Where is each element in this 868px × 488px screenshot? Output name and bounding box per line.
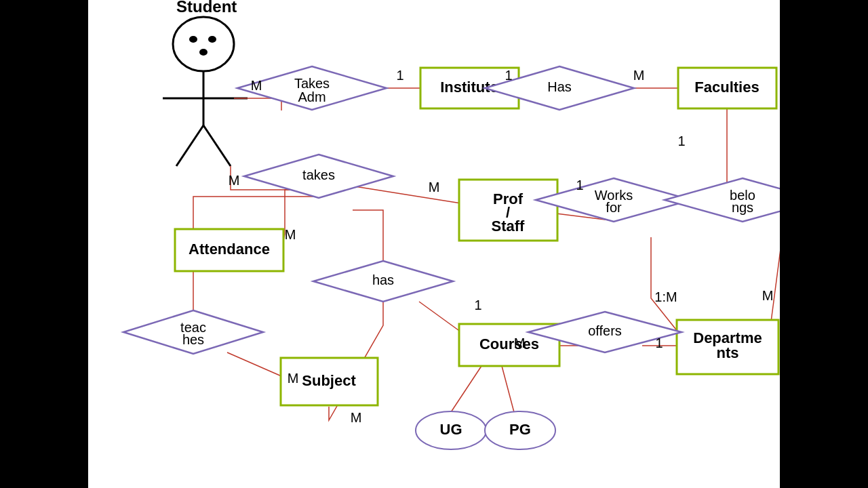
card-takesadm-institute: 1 [396,68,403,83]
connector-courses-pg [502,366,514,412]
card-student-takesadm: M [251,78,262,93]
connector-courses-ug [451,366,481,412]
relation-takes-label: takes [302,167,335,182]
card-courses-offers: M [514,336,526,350]
card-belongs-departments: M [762,288,774,303]
relation-has-top-label: Has [547,79,572,94]
stick-figure-mouth [199,49,208,56]
relation-has-bottom-label: has [372,272,394,287]
connector-hasbottom-courses [419,302,461,332]
weak-entity-ug-label: UG [440,421,462,438]
card-student-takes: M [229,173,240,188]
diagram-canvas: Student [88,0,780,488]
entity-prof-staff-label3: Staff [492,218,526,235]
entity-faculties-label: Faculties [694,79,759,96]
connector-teaches-subject [227,352,281,376]
connector-worksfor-departments [651,237,678,332]
card-subject-hasbottom: M [351,410,362,425]
weak-entity-pg-label: PG [509,421,531,438]
entity-courses-label: Courses [479,336,539,352]
card-institute-has: 1 [505,68,512,83]
relation-works-for-label2: for [606,200,622,215]
relation-belongs-label2: ngs [732,200,753,215]
stick-figure-right-leg [203,125,231,166]
connector-takes-profstaff [355,186,461,203]
relation-teaches-label2: hes [182,332,204,347]
relation-takes-adm-label2: Adm [298,89,326,104]
card-worksfor-departments: 1:M [654,289,677,304]
stick-figure-right-eye [208,36,216,43]
relation-takes-adm-label1: Takes [294,76,330,91]
card-offers-departments: 1 [655,336,663,350]
card-faculties-belongs: 1 [677,134,685,148]
student-label: Student [176,0,237,16]
stick-figure-left-leg [176,125,203,166]
card-hasbottom-courses: 1 [474,298,481,312]
card-teaches-subject: M [288,371,299,386]
relation-belongs [665,178,780,222]
entity-attendance-label: Attendance [189,241,270,258]
entity-departments-label2: nts [717,344,739,361]
card-profstaff-worksfor: 1 [576,178,583,192]
stick-figure-left-eye [189,36,197,43]
stick-figure-head [173,17,234,71]
card-takes-profstaff: M [429,180,440,195]
entity-subject-label: Subject [302,372,356,389]
relation-offers-label: offers [588,323,622,338]
card-takes-attendance: M [285,227,296,242]
card-has-faculties: M [633,68,645,83]
